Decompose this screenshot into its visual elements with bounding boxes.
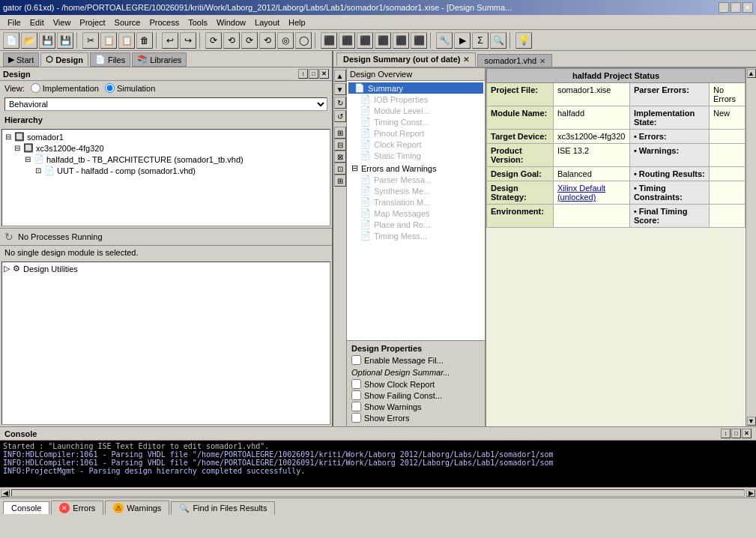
open-button[interactable]: 📂	[21, 32, 37, 49]
tab-design-summary[interactable]: Design Summary (out of date) ✕	[336, 52, 476, 67]
menu-window[interactable]: Window	[212, 17, 250, 28]
dt-item-static-timing[interactable]: 📄 Static Timing	[348, 150, 483, 161]
design-utilities-row[interactable]: ▷ ⚙ Design Utilities	[4, 264, 328, 273]
tb-btn-extra3[interactable]: ⟳	[241, 32, 258, 49]
menu-tools[interactable]: Tools	[184, 17, 212, 28]
scroll-left-console[interactable]: ◀	[1, 489, 10, 497]
expand-icon-du[interactable]: ▷	[4, 264, 10, 273]
tab-somador-vhd[interactable]: somador1.vhd ✕	[477, 54, 552, 67]
left-tab-start[interactable]: ▶ Start	[3, 52, 39, 67]
process-area[interactable]: ▷ ⚙ Design Utilities	[1, 262, 330, 425]
expand-icon-3[interactable]: ⊡	[35, 166, 44, 175]
tb-btn-run4[interactable]: 🔍	[490, 32, 506, 49]
tb-btn-extra6[interactable]: ◯	[295, 32, 312, 49]
minimize-button[interactable]: _	[719, 2, 729, 13]
btab-find-results[interactable]: 🔍 Find in Files Results	[171, 501, 275, 515]
tb-btn-run3[interactable]: Σ	[472, 32, 489, 49]
tab-close-somador-vhd[interactable]: ✕	[539, 57, 545, 65]
tb-btn-extra2[interactable]: ⟲	[223, 32, 240, 49]
delete-button[interactable]: 🗑	[136, 32, 153, 49]
enable-msg-checkbox[interactable]	[351, 355, 361, 365]
dt-item-pinout[interactable]: 📄 Pinout Report	[348, 127, 483, 139]
tb-btn-extra5[interactable]: ◎	[277, 32, 294, 49]
tb-btn-extra7[interactable]: ⬛	[321, 32, 337, 49]
tb-btn-run1[interactable]: 🔧	[436, 32, 453, 49]
value-design-strategy[interactable]: Xilinx Default (unlocked)	[553, 181, 629, 205]
save-button[interactable]: 💾	[39, 32, 55, 49]
copy-button[interactable]: 📋	[100, 32, 117, 49]
btab-warnings[interactable]: ⚠ Warnings	[105, 501, 169, 515]
console-expand-btn[interactable]: ↕	[721, 429, 731, 438]
scroll-btn-5[interactable]: ⊞	[334, 127, 346, 139]
left-tab-files[interactable]: 📄 Files	[90, 52, 130, 67]
dt-item-synthesis[interactable]: 📄 Synthesis Me...	[348, 185, 483, 196]
scroll-refresh2-btn[interactable]: ↺	[334, 110, 346, 122]
dt-item-map[interactable]: 📄 Map Messages	[348, 208, 483, 219]
tb-btn-extra8[interactable]: ⬛	[339, 32, 355, 49]
console-content[interactable]: Started : "Launching ISE Text Editor to …	[0, 441, 756, 487]
left-panel-close-btn[interactable]: ✕	[319, 69, 329, 79]
tb-btn-extra10[interactable]: ⬛	[375, 32, 391, 49]
show-warnings-checkbox[interactable]	[351, 402, 361, 411]
menu-layout[interactable]: Layout	[250, 17, 284, 28]
dt-item-summary[interactable]: 📄 Summary	[348, 82, 483, 94]
tb-btn-extra1[interactable]: ⟳	[205, 32, 222, 49]
expand-icon-0[interactable]: ⊟	[5, 133, 14, 141]
left-tab-design[interactable]: ⬡ Design	[40, 52, 88, 67]
cut-button[interactable]: ✂	[82, 32, 99, 49]
scroll-btn-9[interactable]: ⊞	[334, 175, 346, 187]
show-clock-checkbox[interactable]	[351, 379, 361, 389]
title-bar-buttons[interactable]: _ □ ✕	[719, 2, 753, 13]
scroll-btn-6[interactable]: ⊟	[334, 139, 346, 151]
menu-source[interactable]: Source	[110, 17, 145, 28]
tree-item-uut[interactable]: ⊡ 📄 UUT - halfadd - comp (somador1.vhd)	[4, 165, 328, 176]
design-tree-scroll[interactable]: 📄 Summary 📄 IOB Properties 📄 Module Leve…	[347, 81, 485, 340]
show-failing-checkbox[interactable]	[351, 390, 361, 400]
scroll-btn-7[interactable]: ⊠	[334, 151, 346, 163]
scroll-down-btn[interactable]: ▼	[334, 83, 346, 95]
menu-help[interactable]: Help	[284, 17, 310, 28]
menu-project[interactable]: Project	[75, 17, 109, 28]
scroll-up-btn[interactable]: ▲	[334, 70, 346, 82]
strategy-link[interactable]: Xilinx Default (unlocked)	[557, 184, 605, 202]
impl-radio-label[interactable]: Implementation	[31, 83, 99, 93]
tb-btn-extra4[interactable]: ⟲	[259, 32, 276, 49]
dt-item-module[interactable]: 📄 Module Level...	[348, 105, 483, 116]
menu-edit[interactable]: Edit	[25, 17, 49, 28]
tree-item-somador1[interactable]: ⊟ 🔲 somador1	[4, 131, 328, 142]
btab-errors[interactable]: ✕ Errors	[51, 501, 103, 515]
left-panel-expand-btn[interactable]: ↕	[298, 69, 308, 79]
close-button[interactable]: ✕	[743, 2, 753, 13]
left-tab-libraries[interactable]: 📚 Libraries	[132, 52, 187, 67]
save-all-button[interactable]: 💾	[57, 32, 73, 49]
dt-item-iob[interactable]: 📄 IOB Properties	[348, 94, 483, 105]
console-horiz-scrollbar[interactable]: ◀ ▶	[0, 487, 756, 498]
impl-radio[interactable]	[31, 83, 40, 93]
redo-button[interactable]: ↪	[180, 32, 196, 49]
dt-item-place[interactable]: 📄 Place and Ro...	[348, 219, 483, 230]
sim-radio[interactable]	[105, 83, 115, 93]
tb-btn-extra12[interactable]: ⬛	[411, 32, 427, 49]
dt-item-timing-msg[interactable]: 📄 Timing Mess...	[348, 230, 483, 241]
scroll-btn-8[interactable]: ⊡	[334, 163, 346, 175]
behavioral-dropdown[interactable]: Behavioral	[4, 97, 327, 111]
tree-item-xc3s[interactable]: ⊟ 🔲 xc3s1200e-4fg320	[4, 142, 328, 154]
tree-item-halfadd-tb[interactable]: ⊟ 📄 halfadd_tb - TB_ARCHITECTURE (somado…	[4, 154, 328, 165]
tb-btn-run5[interactable]: 💡	[515, 32, 532, 49]
scroll-down-right[interactable]: ▼	[747, 417, 756, 426]
menu-process[interactable]: Process	[145, 17, 184, 28]
console-close-btn[interactable]: ✕	[742, 429, 752, 438]
console-header-buttons[interactable]: ↕ □ ✕	[721, 429, 752, 438]
hierarchy-tree[interactable]: ⊟ 🔲 somador1 ⊟ 🔲 xc3s1200e-4fg320 ⊟ 📄 ha…	[1, 129, 330, 226]
show-errors-checkbox[interactable]	[351, 413, 361, 423]
scroll-right-console[interactable]: ▶	[746, 489, 755, 497]
scroll-refresh-btn[interactable]: ↻	[334, 97, 346, 109]
left-panel-header-buttons[interactable]: ↕ □ ✕	[298, 69, 329, 79]
new-button[interactable]: 📄	[3, 32, 19, 49]
btab-console[interactable]: Console	[3, 501, 49, 514]
menu-view[interactable]: View	[49, 17, 76, 28]
paste-button[interactable]: 📋	[118, 32, 135, 49]
expand-errors-icon[interactable]: ⊟	[351, 163, 358, 173]
right-scrollbar[interactable]: ▲ ▼	[746, 68, 756, 426]
tb-btn-extra9[interactable]: ⬛	[357, 32, 373, 49]
